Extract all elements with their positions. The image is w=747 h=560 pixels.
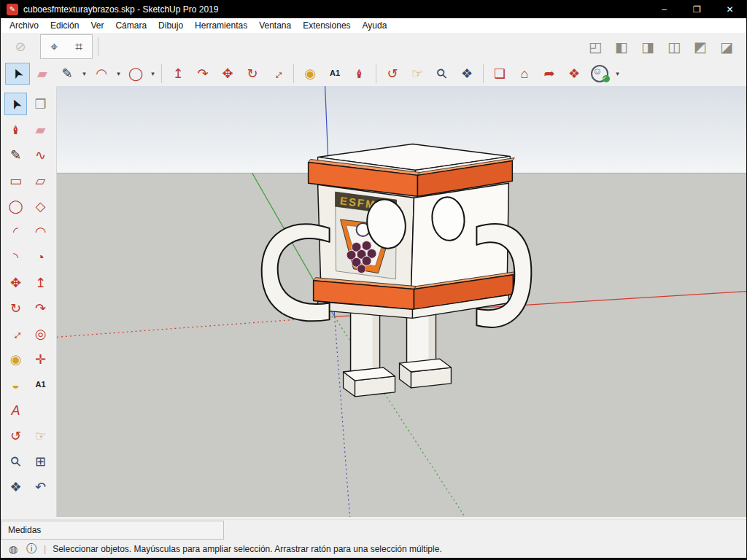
toolbar-top: ⊘⌖⌗ ◰◧◨◫◩◪ — [1, 33, 746, 61]
tool-pie[interactable]: ◔ — [29, 246, 52, 268]
tool-3d-text[interactable]: A — [4, 399, 27, 421]
tool-push-pull[interactable]: ↥ — [29, 271, 52, 294]
menu-archivo[interactable]: Archivo — [4, 18, 44, 33]
toolbar-main: ➤▰✎▾◠▾◯▾↥↷✥↻↔◉A1✒↺☞⚲❖❏⌂➦❖☺✓▾ — [1, 61, 746, 87]
menu-extensiones[interactable]: Extensiones — [297, 18, 356, 33]
tool-offset[interactable]: ◎ — [29, 322, 52, 345]
tool-tape-measure[interactable]: ◉ — [4, 348, 27, 370]
menu-edicion[interactable]: Edición — [44, 18, 85, 33]
tool-axes[interactable]: ✛ — [29, 348, 52, 370]
tool-view-iso-icon[interactable]: ◰ — [583, 36, 608, 58]
tool-rotate[interactable]: ↻ — [4, 297, 27, 319]
tool-paint-bucket[interactable]: ✒ — [347, 63, 372, 85]
menu-bar: ArchivoEdiciónVerCámaraDibujoHerramienta… — [1, 18, 746, 33]
tool-3d-warehouse[interactable]: ⌂ — [512, 63, 537, 85]
measurements-input[interactable] — [47, 523, 223, 537]
tool-arc[interactable]: ◜ — [4, 220, 27, 243]
tool-arc[interactable]: ◠ — [89, 63, 114, 85]
status-divider: | — [44, 544, 46, 554]
tool-select[interactable]: ➤ — [5, 63, 30, 85]
measurements-bar: Medidas — [1, 519, 746, 540]
tool-polygon[interactable]: ◇ — [29, 195, 52, 217]
tool-rotated-rectangle[interactable]: ▱ — [29, 169, 52, 192]
right-foot[interactable] — [400, 359, 452, 388]
close-button[interactable]: ✕ — [713, 0, 746, 18]
tool-extension-warehouse[interactable]: ❖ — [562, 63, 587, 85]
tool-freehand[interactable]: ∿ — [29, 144, 52, 166]
tool-selection-frame[interactable]: ⌖ — [42, 36, 66, 58]
toolbar-separator — [483, 64, 484, 83]
tool-zoom[interactable]: ⚲ — [430, 63, 454, 85]
geolocation-icon[interactable]: ◍ — [7, 543, 19, 555]
tool-line[interactable]: ✎ — [4, 144, 27, 166]
tool-view-right-icon[interactable]: ◫ — [662, 36, 686, 58]
tool-selection-region[interactable]: ⌗ — [66, 36, 91, 58]
tool-select[interactable]: ➤ — [4, 93, 27, 115]
tool-text[interactable]: A1 — [322, 63, 347, 85]
tool-orbit[interactable]: ↺ — [4, 424, 27, 447]
account-avatar[interactable]: ☺✓ — [587, 63, 613, 85]
application-window: ✎ cuboesfmtexturaybrazos.skp - SketchUp … — [0, 0, 747, 560]
tool-zoom-window[interactable]: ⊞ — [29, 450, 52, 472]
restore-button[interactable]: ❐ — [681, 0, 713, 18]
tool-view-top-icon[interactable]: ◧ — [609, 36, 634, 58]
tool-send-to-layout[interactable]: ❏ — [487, 63, 512, 85]
line-menu-dropdown-icon[interactable]: ▾ — [80, 63, 89, 85]
tool-offset-disabled[interactable]: ⊘ — [8, 36, 33, 58]
toolbar-top-left-group: ⊘⌖⌗ — [8, 34, 102, 59]
tool-push-pull[interactable]: ↥ — [166, 63, 190, 85]
tool-eraser[interactable]: ▰ — [30, 63, 55, 85]
tool-zoom[interactable]: ⚲ — [4, 450, 27, 472]
account-menu-dropdown-icon[interactable]: ▾ — [613, 63, 622, 85]
menu-ver[interactable]: Ver — [85, 18, 109, 33]
minimize-button[interactable]: – — [648, 0, 681, 18]
toolbar-separator — [98, 37, 98, 56]
tool-move[interactable]: ✥ — [4, 271, 27, 294]
tool-two-point-arc[interactable]: ◠ — [29, 220, 52, 243]
menu-herramientas[interactable]: Herramientas — [189, 18, 253, 33]
tool-paint-bucket[interactable]: ✒ — [4, 118, 27, 141]
tool-share-model[interactable]: ➦ — [537, 63, 562, 85]
menu-dibujo[interactable]: Dibujo — [152, 18, 189, 33]
tool-text[interactable]: A1 — [29, 373, 52, 396]
tool-tape-measure[interactable]: ◉ — [298, 63, 322, 85]
menu-ventana[interactable]: Ventana — [253, 18, 297, 33]
info-icon[interactable]: ⓘ — [26, 543, 37, 555]
status-message: Seleccionar objetos. Mayúsculas para amp… — [53, 544, 442, 554]
tool-scale[interactable]: ↔ — [4, 322, 27, 345]
viewport-canvas[interactable]: ESFM — [57, 86, 746, 517]
tool-zoom-extents[interactable]: ❖ — [454, 63, 479, 85]
arc-menu-dropdown-icon[interactable]: ▾ — [114, 63, 123, 85]
tool-rotate[interactable]: ↻ — [240, 63, 265, 85]
viewport-3d[interactable]: ESFM — [57, 86, 746, 517]
tool-make-component[interactable]: ❐ — [29, 93, 52, 115]
tool-protractor[interactable]: ◒ — [4, 373, 27, 396]
tool-eraser[interactable]: ▰ — [29, 118, 52, 141]
sketchup-window: ✎ cuboesfmtexturaybrazos.skp - SketchUp … — [1, 0, 746, 558]
tool-view-left-icon[interactable]: ◪ — [714, 36, 739, 58]
tool-view-back-icon[interactable]: ◩ — [688, 36, 713, 58]
tool-orbit[interactable]: ↺ — [380, 63, 405, 85]
tool-rectangle[interactable]: ▭ — [4, 169, 27, 192]
toolbar-separator — [161, 64, 162, 83]
tool-circle[interactable]: ◯ — [4, 195, 27, 217]
tool-three-point-arc[interactable]: ◝ — [4, 246, 27, 268]
tool-move[interactable]: ✥ — [215, 63, 240, 85]
shapes-menu-dropdown-icon[interactable]: ▾ — [148, 63, 158, 85]
large-tool-set: ➤❐✒▰✎∿▭▱◯◇◜◠◝◔✥↥↻↷↔◎◉✛◒A1A↺☞⚲⊞❖↶ — [1, 86, 57, 517]
tool-view-front-icon[interactable]: ◨ — [635, 36, 660, 58]
left-foot[interactable] — [344, 368, 395, 397]
tool-follow-me[interactable]: ↷ — [29, 297, 52, 319]
tool-line[interactable]: ✎ — [55, 63, 80, 85]
tool-follow-me[interactable]: ↷ — [190, 63, 215, 85]
measurements-label: Medidas — [8, 525, 41, 535]
tool-scale[interactable]: ↔ — [265, 63, 290, 85]
tool-previous[interactable]: ↶ — [29, 475, 52, 498]
tool-pan[interactable]: ☞ — [29, 424, 52, 447]
menu-camara[interactable]: Cámara — [109, 18, 152, 33]
tool-pan[interactable]: ☞ — [405, 63, 430, 85]
status-bar: ◍ ⓘ | Seleccionar objetos. Mayúsculas pa… — [1, 540, 746, 558]
tool-shapes[interactable]: ◯ — [123, 63, 148, 85]
tool-zoom-extents[interactable]: ❖ — [4, 475, 27, 498]
menu-ayuda[interactable]: Ayuda — [357, 18, 393, 33]
